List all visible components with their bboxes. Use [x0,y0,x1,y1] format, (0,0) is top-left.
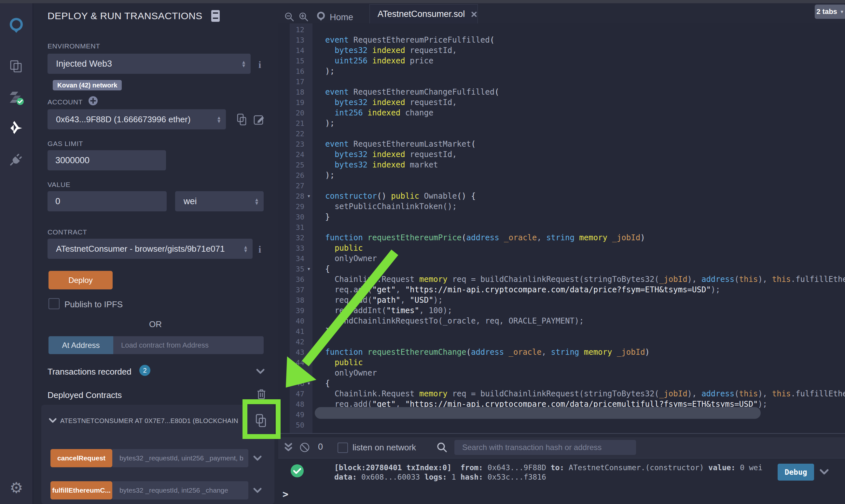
code-line[interactable]: 29 setPublicChainlinkToken(); [278,201,845,212]
code-line[interactable]: 16); [278,66,845,76]
close-tab-icon[interactable] [471,11,478,18]
publish-ipfs-label: Publish to IPFS [65,300,123,309]
code-line[interactable]: 47 Chainlink.Request memory req = buildC… [278,389,845,399]
solidity-compiler-icon[interactable] [6,87,27,108]
code-line[interactable]: 40 sendChainlinkRequestTo(_oracle, req, … [278,316,845,326]
copy-account-icon[interactable] [236,113,247,126]
code-line[interactable]: 14 bytes32 indexed requestId, [278,45,845,56]
code-line[interactable]: 31 [278,222,845,233]
line-number: 40 [278,317,304,325]
value-unit-select[interactable]: wei ▲▼ [175,191,264,211]
fulfillethereumchange-button[interactable]: fulfillEthereumC... [50,481,112,500]
edit-account-icon[interactable] [253,113,265,126]
code-line[interactable]: 41} [278,326,845,337]
zoom-out-icon[interactable] [284,12,295,22]
tab-home[interactable]: Home [330,12,353,22]
at-address-button[interactable]: At Address [49,336,113,354]
deployed-contract-header[interactable]: ATESTNETCONSUMER AT 0X7E7...E80D1 (BLOCK… [60,417,242,425]
clear-contracts-trash-icon[interactable] [257,388,266,400]
line-number: 48 [278,400,304,409]
deploy-button[interactable]: Deploy [49,271,113,289]
environment-select[interactable]: Injected Web3 ▲▼ [48,54,251,74]
contract-select[interactable]: ATestnetConsumer - browser/gists/9b71e07… [48,239,253,259]
transaction-log[interactable]: [block:20780401 txIndex:0] from: 0x643..… [334,463,763,482]
code-line[interactable]: 23event RequestEthereumLastMarket( [278,139,845,149]
code-line[interactable]: 36 Chainlink.Request memory req = buildC… [278,274,845,285]
publish-ipfs-checkbox[interactable] [49,298,59,309]
code-line[interactable]: 50 [278,420,845,430]
code-line[interactable]: 37 req.add("get", "https://min-api.crypt… [278,285,845,295]
code-line[interactable]: 26); [278,170,845,180]
cancelrequest-button[interactable]: cancelRequest [50,449,112,467]
code-line[interactable]: 38 req.add("path", "USD"); [278,295,845,305]
zoom-in-icon[interactable] [298,12,309,22]
code-line[interactable]: 30} [278,212,845,222]
tabs-count-dropdown[interactable]: 2 tabs ▼ [815,4,845,19]
tx-expand-chevron-icon[interactable] [819,468,829,475]
code-line[interactable]: 35▾{ [278,264,845,274]
at-address-input[interactable] [113,341,264,349]
remix-logo-icon[interactable] [6,15,27,36]
code-line[interactable]: 24 bytes32 indexed requestId, [278,149,845,160]
cancelrequest-args[interactable]: bytes32 _requestId, uint256 _payment, b [112,454,243,462]
add-account-icon[interactable] [88,95,98,106]
contract-expand-chevron-icon[interactable] [49,417,57,424]
deploy-run-icon[interactable] [6,118,27,139]
stepper-icon: ▲▼ [241,60,246,67]
tab-atestnetconsumer[interactable]: ATestnetConsumer.sol [369,4,478,24]
code-line[interactable]: 19 bytes32 indexed requestId, [278,97,845,108]
debug-button[interactable]: Debug [778,464,814,481]
cancelrequest-expand-chevron-icon[interactable] [253,455,262,462]
code-line[interactable]: 33 public [278,243,845,253]
code-line[interactable]: 27 [278,180,845,191]
code-line[interactable]: 25 bytes32 indexed market [278,160,845,170]
listen-on-network-checkbox[interactable] [338,443,348,453]
code-editor[interactable]: 1213event RequestEthereumPriceFulfilled(… [278,23,845,433]
contract-info-icon[interactable]: i [258,244,261,255]
fulfillethereumchange-args-wrap: bytes32 _requestId, int256 _change [112,481,248,500]
transactions-recorded-label: Transactions recorded [48,367,132,377]
code-line[interactable]: 28▾constructor() public Ownable() { [278,191,845,201]
settings-gear-icon[interactable]: ⚙ [6,477,27,498]
code-line[interactable]: 22 [278,128,845,139]
environment-info-icon[interactable]: i [258,59,261,70]
code-line[interactable]: 34 onlyOwner [278,253,845,264]
fold-marker-icon[interactable]: ▾ [304,380,325,386]
at-address-input-wrap [113,336,264,354]
code-line[interactable]: 42 [278,337,845,347]
terminal-search-input[interactable] [454,443,636,452]
fold-marker-icon[interactable]: ▾ [304,193,325,199]
fold-marker-icon[interactable]: ▾ [304,266,325,272]
fulfillethereumchange-args[interactable]: bytes32 _requestId, int256 _change [112,486,228,494]
horizontal-scrollbar[interactable] [315,407,761,419]
code-line[interactable]: 12 [278,24,845,35]
transactions-chevron-down-icon[interactable] [256,368,265,375]
terminal-prompt[interactable]: > [282,488,288,500]
value-input[interactable] [48,196,167,206]
code-line[interactable]: 45 onlyOwner [278,368,845,378]
code-line[interactable]: 21); [278,118,845,128]
expand-terminal-double-chevron-icon[interactable] [284,443,293,453]
code-line[interactable]: 43function requestEthereumChange(address… [278,347,845,357]
code-line[interactable]: 46▾{ [278,378,845,389]
clear-terminal-ban-icon[interactable] [299,442,310,453]
file-explorer-icon[interactable] [6,56,27,77]
code-line[interactable]: 32function requestEthereumPrice(address … [278,233,845,243]
fulfill-expand-chevron-icon[interactable] [253,487,262,493]
plugin-manager-icon[interactable] [6,149,27,170]
code-line[interactable]: 18event RequestEthereumChangeFulfilled( [278,87,845,97]
code-line[interactable]: 15 uint256 indexed price [278,56,845,66]
code-line[interactable]: 13event RequestEthereumPriceFulfilled( [278,35,845,45]
copy-contract-address-icon[interactable] [255,413,267,428]
code-line[interactable]: 17 [278,76,845,87]
account-select[interactable]: 0x643...9F88D (1.666673996 ether) ▲▼ [48,109,226,129]
function-row: fulfillEthereumC... bytes32 _requestId, … [50,481,262,500]
line-number: 25 [278,161,304,169]
code-line[interactable]: 39 req.addInt("times", 100); [278,305,845,316]
gas-limit-input[interactable] [48,156,166,165]
network-badge: Kovan (42) network [53,80,122,90]
home-tab-icon[interactable] [315,11,327,23]
code-line[interactable]: 44 public [278,357,845,368]
document-icon [211,10,220,22]
code-line[interactable]: 20 int256 indexed change [278,108,845,118]
